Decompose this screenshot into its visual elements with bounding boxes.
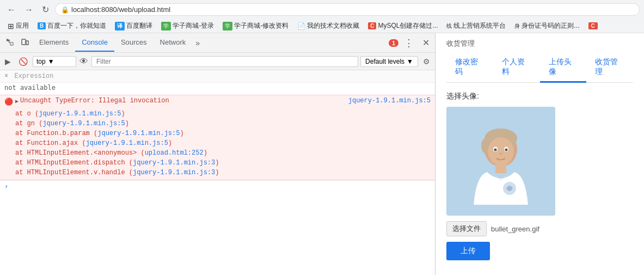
- error-file-link[interactable]: jquery-1.9.1.min.js:5: [348, 97, 431, 105]
- stack-link-2[interactable]: jquery-1.9.1.min.js:5: [97, 130, 180, 137]
- devtools-menu-button[interactable]: ⋮: [401, 36, 417, 50]
- svg-rect-0: [10, 42, 13, 45]
- expression-close-icon[interactable]: ×: [4, 72, 8, 80]
- stack-line-0: at o (jquery-1.9.1.min.js:5): [15, 109, 431, 119]
- eye-icon[interactable]: 👁: [79, 57, 88, 66]
- tab-elements[interactable]: Elements: [33, 34, 75, 52]
- expression-row: × Expression: [0, 70, 435, 83]
- context-value: top: [36, 58, 46, 65]
- avatar-section: 选择头像:: [446, 91, 633, 260]
- bookmark-docs[interactable]: 📄 我的技术文档收藏: [294, 20, 363, 32]
- context-arrow: ▼: [48, 58, 54, 65]
- bookmark-translate[interactable]: 译 百度翻译: [112, 20, 156, 32]
- shop-icon: 学: [161, 22, 171, 30]
- tab-change-password[interactable]: 修改密码: [446, 53, 493, 83]
- webpage-panel: 收货管理 修改密码 个人资料 上传头像 收货管理 选择头像:: [436, 33, 644, 275]
- bookmark-label: 百度一下，你就知道: [47, 21, 106, 30]
- console-settings-button[interactable]: ⚙: [420, 56, 433, 67]
- bookmark-label: 线上营销系统平台: [453, 21, 506, 30]
- stack-link-5[interactable]: jquery-1.9.1.min.js:3: [133, 159, 215, 167]
- tab-console[interactable]: Console: [75, 34, 114, 52]
- upload-button[interactable]: 上传: [446, 242, 490, 260]
- error-main-line: 🔴 ▶ Uncaught TypeError: Illegal invocati…: [0, 95, 435, 108]
- selected-file-name: bullet_green.gif: [491, 225, 539, 233]
- lock-icon: 🔒: [61, 6, 69, 14]
- back-button[interactable]: ←: [4, 4, 19, 16]
- page-tabs: 修改密码 个人资料 上传头像 收货管理: [446, 53, 633, 83]
- marketing-icon: 线: [446, 22, 452, 30]
- error-circle-icon: 🔴: [4, 97, 13, 106]
- console-output: × Expression not available 🔴 ▶ Uncaught …: [0, 70, 435, 275]
- bookmark-label: 学子商城-修改资料: [234, 21, 289, 30]
- console-filter-input[interactable]: [91, 56, 358, 67]
- levels-selector[interactable]: Default levels ▼: [360, 56, 418, 67]
- apps-icon: ⊞: [8, 22, 14, 30]
- console-input[interactable]: [11, 183, 431, 191]
- devtools-toolbar: Elements Console Sources Network » 1 ⋮ ✕: [0, 33, 435, 53]
- tab-sources[interactable]: Sources: [114, 34, 154, 52]
- forward-button[interactable]: →: [22, 4, 36, 16]
- console-prompt-icon: ›: [4, 183, 8, 191]
- error-count-badge: 1: [389, 39, 398, 47]
- id-icon: 身: [514, 22, 520, 30]
- bookmark-id[interactable]: 身 身份证号码的正则...: [511, 20, 582, 32]
- console-execute-button[interactable]: ▶: [2, 56, 14, 67]
- stack-line-3: at Function.ajax (jquery-1.9.1.min.js:5): [15, 138, 431, 148]
- bookmark-mysql[interactable]: C MySQL创建存储过...: [365, 20, 441, 32]
- console-toolbar: ▶ 🚫 top ▼ 👁 Default levels ▼ ⚙: [0, 53, 435, 70]
- bookmark-label: 应用: [16, 21, 29, 30]
- translate-icon: 译: [115, 22, 125, 30]
- svg-rect-2: [26, 41, 28, 45]
- reload-button[interactable]: ↻: [39, 3, 52, 16]
- inspect-element-button[interactable]: [2, 35, 17, 50]
- error-expand-icon[interactable]: ▶: [15, 98, 19, 105]
- stack-line-6: at HTMLInputElement.v.handle (jquery-1.9…: [15, 168, 431, 178]
- avatar-label: 选择头像:: [446, 91, 633, 101]
- bookmark-label: 百度翻译: [126, 21, 152, 30]
- svg-point-6: [488, 137, 514, 166]
- stack-line-1: at gn (jquery-1.9.1.min.js:5): [15, 119, 431, 129]
- tab-network[interactable]: Network: [154, 34, 193, 52]
- bookmark-label: 我的技术文档收藏: [307, 21, 359, 30]
- bookmark-label: 学子商城-登录: [173, 21, 214, 30]
- address-bar[interactable]: 🔒 localhost:8080/web/upload.html: [55, 3, 640, 16]
- tab-shipping[interactable]: 收货管理: [586, 53, 633, 83]
- c-icon: C: [588, 22, 598, 29]
- stack-line-4: at HTMLInputElement.<anonymous> (upload.…: [15, 148, 431, 158]
- avatar-controls: 选择文件 bullet_green.gif: [446, 221, 633, 236]
- error-message: Uncaught TypeError: Illegal invocation: [20, 97, 348, 105]
- console-block-button[interactable]: 🚫: [16, 56, 30, 67]
- svg-point-9: [494, 149, 497, 151]
- bookmarks-bar: ⊞ 应用 B 百度一下，你就知道 译 百度翻译 学 学子商城-登录 学 学子商城…: [0, 19, 644, 33]
- console-input-row: ›: [0, 180, 435, 193]
- stack-link-1[interactable]: jquery-1.9.1.min.js:5: [42, 120, 125, 127]
- stack-line-2: at Function.b.param (jquery-1.9.1.min.js…: [15, 129, 431, 138]
- bookmark-baidu[interactable]: B 百度一下，你就知道: [34, 20, 109, 32]
- stack-link-0[interactable]: jquery-1.9.1.min.js:5: [39, 110, 121, 118]
- tab-profile[interactable]: 个人资料: [493, 53, 540, 83]
- stack-link-3[interactable]: jquery-1.9.1.min.js:5: [86, 139, 168, 147]
- bookmark-apps[interactable]: ⊞ 应用: [4, 20, 32, 32]
- levels-label: Default levels: [365, 58, 404, 65]
- avatar-image-container: [446, 107, 555, 216]
- choose-file-button[interactable]: 选择文件: [446, 221, 487, 236]
- expression-label: Expression: [14, 72, 53, 80]
- context-selector[interactable]: top ▼: [33, 56, 76, 67]
- error-stack-trace: at o (jquery-1.9.1.min.js:5) at gn (jque…: [0, 108, 435, 180]
- not-available-row: not available: [0, 83, 435, 95]
- bookmark-shop-login[interactable]: 学 学子商城-登录: [158, 20, 217, 32]
- bookmark-label: 身份证号码的正则...: [522, 21, 579, 30]
- tab-more-button[interactable]: »: [192, 34, 203, 52]
- stack-link-4[interactable]: upload.html:252: [145, 149, 204, 157]
- bookmark-c[interactable]: C: [585, 21, 601, 30]
- bookmark-marketing[interactable]: 线 线上营销系统平台: [443, 20, 509, 32]
- browser-chrome: ← → ↻ 🔒 localhost:8080/web/upload.html ⊞…: [0, 0, 644, 33]
- tab-upload-avatar[interactable]: 上传头像: [540, 53, 587, 83]
- devtools-icons: [2, 35, 33, 50]
- stack-link-6[interactable]: jquery-1.9.1.min.js:3: [133, 169, 215, 176]
- devtools-tabs: Elements Console Sources Network »: [33, 34, 389, 52]
- bookmark-shop-edit[interactable]: 学 学子商城-修改资料: [219, 20, 292, 32]
- device-toolbar-button[interactable]: [17, 35, 33, 50]
- devtools-close-button[interactable]: ✕: [419, 36, 433, 49]
- webpage-content: 收货管理 修改密码 个人资料 上传头像 收货管理 选择头像:: [436, 33, 644, 275]
